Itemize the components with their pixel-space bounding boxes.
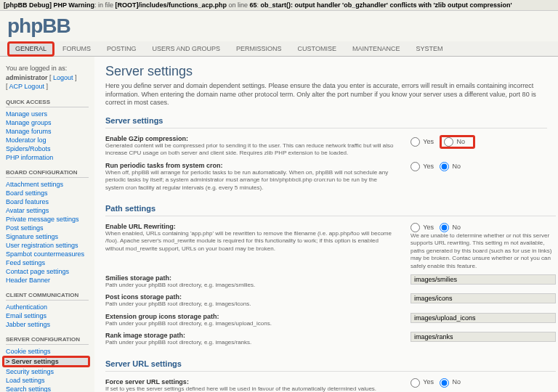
sidebar-item-user-registration-settings[interactable]: User registration settings <box>6 242 78 249</box>
sidebar-item-manage-groups[interactable]: Manage groups <box>6 119 52 126</box>
field-desc: Path under your phpBB root directory, e.… <box>105 301 396 308</box>
acp-logout-link[interactable]: ACP Logout <box>9 83 44 90</box>
main-tabs: GENERALFORUMSPOSTINGUSERS AND GROUPSPERM… <box>0 41 558 57</box>
sidebar-item-cookie-settings[interactable]: Cookie settings <box>6 348 51 355</box>
logout-link[interactable]: Logout <box>53 74 73 81</box>
field-desc: When enabled, URLs containing 'app.php' … <box>105 230 396 253</box>
sidebar-item-authentication[interactable]: Authentication <box>6 303 47 311</box>
field-label: Rank image storage path: <box>105 332 185 339</box>
text-input[interactable] <box>411 313 556 323</box>
tab-permissions[interactable]: PERMISSIONS <box>228 41 290 56</box>
sidebar-item-header-banner[interactable]: Header Banner <box>6 277 50 284</box>
field-label: Enable URL Rewriting: <box>105 223 176 230</box>
radio-no[interactable]: No <box>440 224 461 231</box>
tab-customise[interactable]: CUSTOMISE <box>290 41 344 56</box>
sidebar-item-avatar-settings[interactable]: Avatar settings <box>6 207 49 214</box>
text-input[interactable] <box>411 293 556 303</box>
section-legend: Path settings <box>105 204 556 216</box>
tab-forums[interactable]: FORUMS <box>54 41 99 56</box>
login-info: You are logged in as: administrator [ Lo… <box>6 64 89 91</box>
field-label: Run periodic tasks from system cron: <box>105 162 223 169</box>
sidebar-item-php-information[interactable]: PHP information <box>6 154 53 161</box>
field-desc: Generated content will be compressed pri… <box>105 142 396 158</box>
sidebar-item-spambot-countermeasures[interactable]: Spambot countermeasures <box>6 250 84 258</box>
field-label: Force server URL settings: <box>105 378 189 385</box>
sidebar-item-board-settings[interactable]: Board settings <box>6 189 48 197</box>
radio-yes[interactable]: Yes <box>411 378 434 385</box>
field-label: Extension group icons storage path: <box>105 313 219 320</box>
sidebar-item-moderator-log[interactable]: Moderator log <box>6 136 46 144</box>
text-input[interactable] <box>411 274 556 285</box>
radio-no[interactable]: No <box>440 163 461 170</box>
sidebar-item-email-settings[interactable]: Email settings <box>6 312 46 319</box>
sidebar: You are logged in as: administrator [ Lo… <box>0 57 94 392</box>
sidebar-item-contact-page-settings[interactable]: Contact page settings <box>6 268 69 275</box>
page-intro: Here you define server and domain depend… <box>105 82 547 107</box>
field-desc: If set to yes the server settings define… <box>105 385 396 392</box>
main-content: Server settings Here you define server a… <box>94 57 558 392</box>
sidebar-heading: SERVER CONFIGURATION <box>6 336 89 345</box>
field-desc: When off, phpBB will arrange for periodi… <box>105 169 396 192</box>
tab-general[interactable]: GENERAL <box>7 41 54 57</box>
sidebar-item-spiders-robots[interactable]: Spiders/Robots <box>6 145 51 152</box>
section-legend: Server settings <box>105 116 547 128</box>
field-note: We are unable to determine whether or no… <box>411 232 556 270</box>
sidebar-item-server-settings[interactable]: > Server settings <box>6 358 59 365</box>
sidebar-heading: BOARD CONFIGURATION <box>6 169 89 178</box>
sidebar-item-signature-settings[interactable]: Signature settings <box>6 233 58 240</box>
field-desc: Path under your phpBB root directory, e.… <box>105 339 396 346</box>
tab-system[interactable]: SYSTEM <box>408 41 450 56</box>
tab-maintenance[interactable]: MAINTENANCE <box>344 41 408 56</box>
field-label: Post icons storage path: <box>105 293 182 301</box>
field-label: Smilies storage path: <box>105 274 171 282</box>
section-legend: Server URL settings <box>105 359 556 372</box>
sidebar-item-post-settings[interactable]: Post settings <box>6 224 44 232</box>
radio-yes[interactable]: Yes <box>411 163 434 170</box>
sidebar-item-jabber-settings[interactable]: Jabber settings <box>6 321 50 328</box>
sidebar-item-board-features[interactable]: Board features <box>6 198 49 205</box>
logo-text: phpBB <box>7 15 70 38</box>
field-desc: Path under your phpBB root directory, e.… <box>105 320 396 327</box>
sidebar-item-attachment-settings[interactable]: Attachment settings <box>6 181 63 188</box>
radio-yes[interactable]: Yes <box>411 224 434 231</box>
sidebar-item-security-settings[interactable]: Security settings <box>6 368 54 375</box>
debug-warning: [phpBB Debug] PHP Warning: in file [ROOT… <box>0 0 558 11</box>
tab-posting[interactable]: POSTING <box>99 41 145 56</box>
sidebar-item-private-message-settings[interactable]: Private message settings <box>6 216 79 223</box>
highlighted-radio: No <box>440 135 475 149</box>
sidebar-item-manage-users[interactable]: Manage users <box>6 110 47 118</box>
page-title: Server settings <box>105 64 547 79</box>
field-label: Enable GZip compression: <box>105 135 188 142</box>
radio-yes[interactable]: Yes <box>411 138 434 145</box>
sidebar-heading: QUICK ACCESS <box>6 99 89 107</box>
sidebar-item-load-settings[interactable]: Load settings <box>6 377 45 384</box>
sidebar-heading: CLIENT COMMUNICATION <box>6 292 89 301</box>
field-desc: Path under your phpBB root directory, e.… <box>105 282 396 289</box>
sidebar-item-manage-forums[interactable]: Manage forums <box>6 128 52 135</box>
text-input[interactable] <box>411 332 556 342</box>
tab-users-and-groups[interactable]: USERS AND GROUPS <box>145 41 229 56</box>
radio-no[interactable]: No <box>440 378 461 385</box>
sidebar-item-search-settings[interactable]: Search settings <box>6 385 51 392</box>
logo: phpBB <box>0 11 558 41</box>
sidebar-item-feed-settings[interactable]: Feed settings <box>6 259 45 266</box>
radio-no[interactable]: No <box>444 138 465 145</box>
